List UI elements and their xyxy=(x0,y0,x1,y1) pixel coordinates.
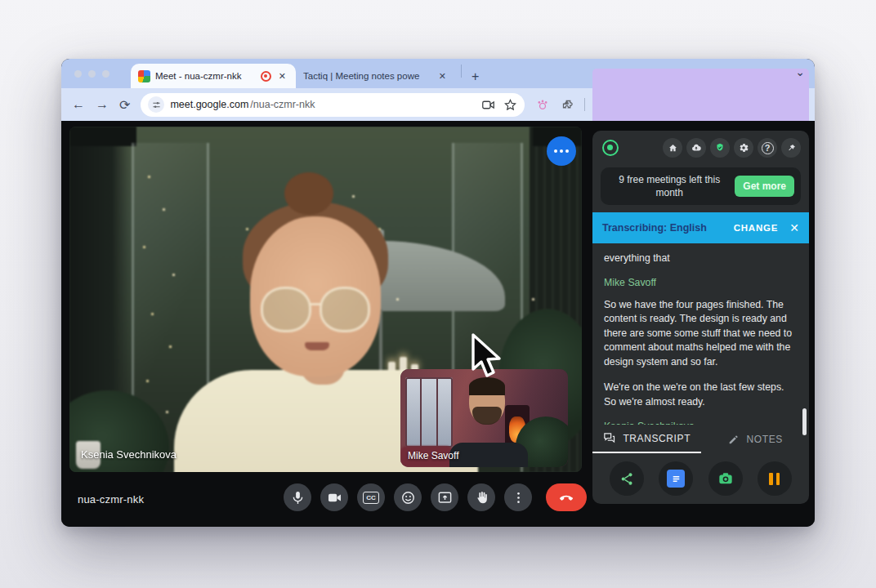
pause-icon xyxy=(769,473,780,485)
back-button[interactable]: ← xyxy=(72,97,85,112)
captions-button[interactable]: CC xyxy=(357,483,385,511)
reactions-button[interactable] xyxy=(394,483,422,511)
meeting-code: nua-czmr-nkk xyxy=(78,493,144,506)
participant-name-label: Ksenia Svechnikova xyxy=(81,448,177,461)
tab-notes-label: NOTES xyxy=(747,434,783,445)
settings-gear-button[interactable] xyxy=(734,138,753,158)
tab-title: Tactiq | Meeting notes powe xyxy=(303,71,431,81)
transcript-speaker: Mike Savoff xyxy=(604,276,798,290)
tactiq-tab-bar: TRANSCRIPT NOTES xyxy=(592,425,809,453)
tab-transcript-label: TRANSCRIPT xyxy=(623,433,691,444)
transcribing-label: Transcribing: English xyxy=(602,222,707,234)
privacy-shield-button[interactable] xyxy=(710,138,730,158)
google-docs-icon xyxy=(667,470,685,488)
meet-favicon-icon xyxy=(138,70,150,82)
transcript-text: So we have the four pages finished. The … xyxy=(604,298,798,369)
export-doc-button[interactable] xyxy=(659,461,693,496)
tactiq-extension-icon[interactable] xyxy=(535,97,550,112)
extensions-puzzle-icon[interactable] xyxy=(560,97,574,112)
pip-name-label: Mike Savoff xyxy=(408,450,458,461)
meet-page: Ksenia Svechnikova Mike Savoff nua-czmr-… xyxy=(61,121,815,527)
site-info-icon[interactable] xyxy=(148,96,164,113)
browser-window: Meet - nua-czmr-nkk ✕ Tactiq | Meeting n… xyxy=(61,59,815,527)
cloud-upload-button[interactable] xyxy=(686,138,706,158)
bookmark-star-icon[interactable] xyxy=(503,98,517,112)
tab-strip: Meet - nua-czmr-nkk ✕ Tactiq | Meeting n… xyxy=(61,59,815,88)
transcribing-banner: Transcribing: English CHANGE ✕ xyxy=(592,212,809,243)
banner-close-icon[interactable]: ✕ xyxy=(789,221,799,234)
tab-search-chevron-icon[interactable]: ⌄ xyxy=(795,65,805,78)
mouse-cursor xyxy=(467,332,509,379)
camera-button[interactable] xyxy=(320,483,348,511)
tactiq-panel: ? 9 free meetings left this month Get mo… xyxy=(592,131,809,504)
transcript-icon xyxy=(602,431,616,445)
toolbar-divider xyxy=(584,98,585,111)
recording-indicator-icon xyxy=(261,71,271,82)
tab-notes[interactable]: NOTES xyxy=(701,425,810,453)
tactiq-header: ? xyxy=(592,131,809,165)
transcript-text: We're on the we're on the last few steps… xyxy=(604,381,798,409)
end-call-button[interactable] xyxy=(546,483,587,511)
quota-text: 9 free meetings left this month xyxy=(610,173,728,199)
tab-capture-icon[interactable] xyxy=(481,98,495,112)
minimize-window-icon[interactable] xyxy=(88,70,96,78)
close-tab-icon[interactable]: ✕ xyxy=(436,70,449,82)
present-button[interactable] xyxy=(431,483,458,511)
raise-hand-button[interactable] xyxy=(467,483,495,511)
url-host: meet.google.com xyxy=(170,99,248,110)
zoom-window-icon[interactable] xyxy=(102,70,110,78)
screenshot-button[interactable] xyxy=(708,461,743,496)
tab-title: Meet - nua-czmr-nkk xyxy=(155,71,256,81)
transcript-list[interactable]: everything that Mike Savoff So we have t… xyxy=(592,243,809,425)
url-path: /nua-czmr-nkk xyxy=(250,99,315,110)
forward-button[interactable]: → xyxy=(96,97,109,112)
more-options-button[interactable] xyxy=(504,483,532,511)
pip-video-tile[interactable]: Mike Savoff xyxy=(400,369,568,467)
tactiq-logo-icon xyxy=(602,140,619,156)
get-more-button[interactable]: Get more xyxy=(735,176,794,197)
new-tab-button[interactable]: + xyxy=(467,69,484,84)
transcript-text: everything that xyxy=(604,252,798,265)
tactiq-action-bar xyxy=(592,453,809,504)
tab-transcript[interactable]: TRANSCRIPT xyxy=(592,425,701,453)
close-window-icon[interactable] xyxy=(74,70,82,78)
main-video-tile[interactable]: Ksenia Svechnikova Mike Savoff xyxy=(69,127,582,472)
share-button[interactable] xyxy=(610,461,644,496)
chat-bubble-icon[interactable] xyxy=(547,136,576,166)
tab-meet[interactable]: Meet - nua-czmr-nkk ✕ xyxy=(131,64,296,88)
quota-card: 9 free meetings left this month Get more xyxy=(601,167,801,205)
reload-button[interactable]: ⟳ xyxy=(119,97,130,113)
transcript-scrollbar[interactable] xyxy=(802,408,807,435)
tab-separator xyxy=(461,65,462,78)
captions-icon: CC xyxy=(363,492,379,504)
close-tab-icon[interactable]: ✕ xyxy=(276,70,288,82)
notes-pencil-icon xyxy=(727,433,740,446)
address-bar[interactable]: meet.google.com /nua-czmr-nkk xyxy=(141,93,525,117)
help-icon: ? xyxy=(762,142,774,154)
help-button[interactable]: ? xyxy=(758,138,777,158)
change-language-button[interactable]: CHANGE xyxy=(734,223,779,233)
pin-panel-button[interactable] xyxy=(781,138,801,158)
window-traffic-lights[interactable] xyxy=(74,59,110,88)
home-button[interactable] xyxy=(663,138,682,158)
pause-transcript-button[interactable] xyxy=(758,461,792,496)
mic-button[interactable] xyxy=(284,483,311,511)
tab-tactiq[interactable]: Tactiq | Meeting notes powe ✕ xyxy=(296,64,456,88)
